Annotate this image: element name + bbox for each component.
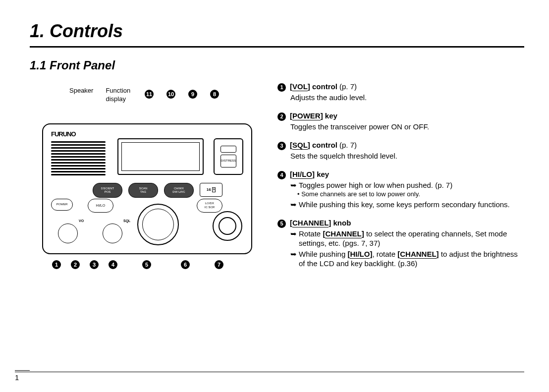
desc-head: 4[HI/LO] key bbox=[277, 169, 524, 179]
desc-bubble: 4 bbox=[277, 171, 286, 179]
callout-1: 1 bbox=[52, 260, 61, 269]
sql-knob bbox=[103, 224, 122, 243]
desc-line: Adjusts the audio level. bbox=[290, 93, 524, 103]
desc-head: 3[SQL] control (p. 7) bbox=[277, 140, 524, 150]
section-title: 1.1 Front Panel bbox=[30, 57, 524, 73]
desc-item-5: 5[CHANNEL] knob ➥Rotate [CHANNEL] to sel… bbox=[277, 218, 524, 269]
callout-6: 6 bbox=[181, 260, 190, 269]
desc-bubble: 5 bbox=[277, 220, 286, 228]
function-display-screen bbox=[117, 138, 204, 175]
channel-knob bbox=[137, 204, 179, 245]
distress-cover: DISTRESS bbox=[214, 138, 243, 175]
desc-arrow-line: ➥Rotate [CHANNEL] to select the operatin… bbox=[290, 229, 524, 248]
control-type: knob bbox=[333, 219, 351, 227]
desc-arrow-text: While pushing [HI/LO], rotate [CHANNEL] … bbox=[299, 249, 524, 269]
mic-jack bbox=[213, 211, 242, 241]
desc-arrow-line: ➥While pushing [HI/LO], rotate [CHANNEL]… bbox=[290, 249, 524, 269]
callouts-top: 11 10 9 8 bbox=[145, 90, 219, 99]
front-panel-diagram: Speaker Function display 11 10 9 8 FURUN… bbox=[30, 82, 263, 269]
arrow-icon: ➥ bbox=[290, 200, 297, 210]
key-label: VOL bbox=[292, 82, 308, 91]
lodx-button: LO/DX IC SCR bbox=[197, 199, 222, 213]
page-ref: (p. 7) bbox=[339, 82, 357, 91]
callout-7: 7 bbox=[215, 260, 223, 269]
brand-logo: FURUNO bbox=[51, 130, 76, 139]
ch-wx-button: CH/WX DW U/I/C bbox=[164, 183, 194, 198]
scan-button: SCAN TAG bbox=[128, 183, 158, 198]
control-type: key bbox=[317, 170, 329, 178]
key-label: POWER bbox=[292, 112, 321, 120]
arrow-icon: ➥ bbox=[290, 249, 297, 269]
desc-head: 1[VOL] control (p. 7) bbox=[277, 82, 524, 92]
key-label: SQL bbox=[292, 141, 308, 150]
desc-note: Some channels are set to low power only. bbox=[297, 190, 524, 199]
callout-2: 2 bbox=[71, 260, 80, 269]
callout-4: 4 bbox=[109, 260, 117, 269]
sql-label: SQL bbox=[123, 219, 130, 223]
desc-item-4: 4[HI/LO] key ➥Toggles power high or low … bbox=[277, 169, 524, 209]
callout-8: 8 bbox=[210, 90, 219, 99]
desc-item-1: 1[VOL] control (p. 7)Adjusts the audio l… bbox=[277, 82, 524, 102]
title-rule bbox=[30, 46, 524, 48]
desc-arrow-text: While pushing this key, some keys perfor… bbox=[299, 200, 510, 210]
key-label: HI/LO bbox=[292, 170, 312, 179]
callout-10: 10 bbox=[166, 90, 175, 99]
callouts-bottom: 1 2 3 4 5 6 7 bbox=[52, 260, 263, 269]
desc-line: Sets the squelch threshold level. bbox=[290, 151, 524, 161]
desc-arrow-text: Toggles power high or low when pushed. (… bbox=[299, 180, 452, 190]
device-frame: FURUNO DISTRESS DSC/ENT POS SCAN TAG bbox=[42, 123, 252, 254]
control-type: control bbox=[312, 141, 337, 149]
callout-3: 3 bbox=[90, 260, 99, 269]
hilo-button: HI/LO bbox=[88, 199, 113, 213]
dsc-ent-button: DSC/ENT POS bbox=[93, 183, 122, 198]
key-label: CHANNEL bbox=[292, 219, 329, 227]
control-type: key bbox=[325, 112, 337, 120]
arrow-icon: ➥ bbox=[290, 180, 297, 190]
vol-knob bbox=[58, 224, 78, 243]
anno-speaker: Speaker bbox=[69, 87, 93, 104]
control-type: control bbox=[312, 82, 337, 91]
desc-bubble: 1 bbox=[277, 83, 286, 92]
desc-bubble: 3 bbox=[277, 142, 286, 150]
control-descriptions: 1[VOL] control (p. 7)Adjusts the audio l… bbox=[277, 82, 524, 278]
desc-head: 5[CHANNEL] knob bbox=[277, 218, 524, 228]
desc-bubble: 2 bbox=[277, 112, 286, 121]
desc-line: Toggles the transceiver power ON or OFF. bbox=[290, 122, 524, 132]
anno-function-display: Function display bbox=[106, 87, 130, 104]
desc-arrow-line: ➥Toggles power high or low when pushed. … bbox=[290, 180, 524, 190]
vol-label: VO bbox=[79, 219, 84, 223]
arrow-icon: ➥ bbox=[290, 229, 297, 248]
desc-arrow-text: Rotate [CHANNEL] to select the operating… bbox=[299, 229, 524, 248]
desc-item-3: 3[SQL] control (p. 7)Sets the squelch th… bbox=[277, 140, 524, 161]
callout-5: 5 bbox=[142, 260, 151, 269]
distress-button: DISTRESS bbox=[220, 155, 236, 168]
callout-9: 9 bbox=[188, 90, 197, 99]
page-ref: (p. 7) bbox=[339, 141, 357, 149]
chapter-title: 1. Controls bbox=[30, 20, 524, 43]
power-button: POWER bbox=[51, 199, 73, 211]
speaker-grill bbox=[51, 141, 106, 177]
desc-arrow-line: ➥While pushing this key, some keys perfo… bbox=[290, 200, 524, 210]
sixteen-nine-button: 16 9 bbox=[200, 183, 222, 197]
desc-head: 2[POWER] key bbox=[277, 111, 524, 121]
callout-11: 11 bbox=[145, 90, 154, 99]
desc-item-2: 2[POWER] key Toggles the transceiver pow… bbox=[277, 111, 524, 131]
